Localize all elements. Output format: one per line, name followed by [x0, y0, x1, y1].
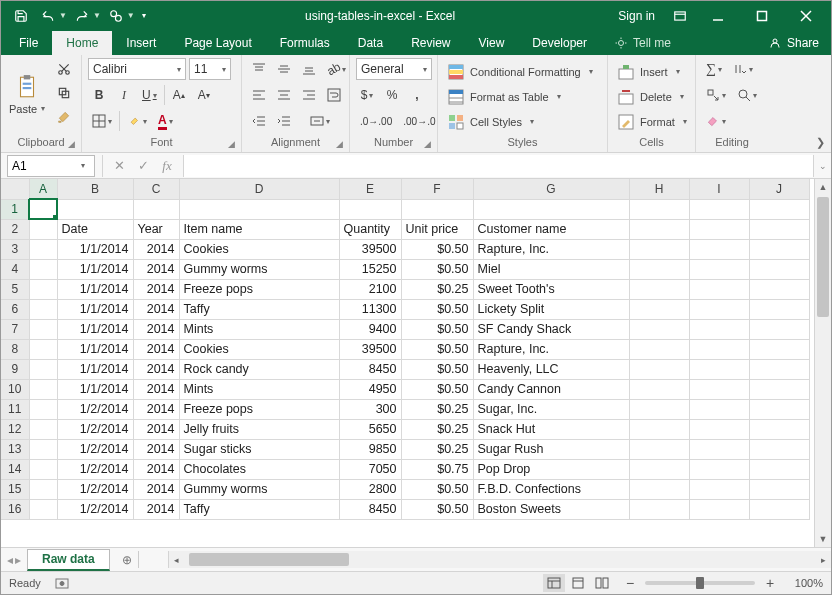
cell[interactable]: $0.50 [401, 299, 473, 319]
autosum-button[interactable]: ∑▾ [702, 58, 726, 80]
italic-button[interactable]: I [113, 84, 135, 106]
cell[interactable] [629, 299, 689, 319]
sheet-gripper[interactable] [138, 551, 146, 568]
redo-icon[interactable] [70, 4, 94, 28]
column-header[interactable]: I [689, 179, 749, 199]
column-header[interactable]: H [629, 179, 689, 199]
cell[interactable] [29, 479, 57, 499]
cell[interactable]: 1/1/2014 [57, 259, 133, 279]
align-center-button[interactable] [273, 84, 295, 106]
cell[interactable] [689, 399, 749, 419]
fill-color-button[interactable]: ▾ [123, 110, 151, 132]
cell[interactable] [29, 239, 57, 259]
cell[interactable]: $0.25 [401, 399, 473, 419]
column-header[interactable]: B [57, 179, 133, 199]
cell[interactable]: 1/2/2014 [57, 499, 133, 519]
cell[interactable] [29, 419, 57, 439]
row-header[interactable]: 14 [1, 459, 29, 479]
cell[interactable]: Rapture, Inc. [473, 339, 629, 359]
tab-home[interactable]: Home [52, 31, 112, 55]
cell[interactable] [29, 279, 57, 299]
cell[interactable]: Sugar Rush [473, 439, 629, 459]
redo-dropdown-icon[interactable]: ▼ [93, 11, 101, 20]
row-header[interactable]: 2 [1, 219, 29, 239]
zoom-in-button[interactable]: + [763, 575, 777, 591]
cell[interactable] [629, 319, 689, 339]
column-header[interactable]: A [29, 179, 57, 199]
cell[interactable]: 2014 [133, 499, 179, 519]
format-painter-button[interactable] [53, 106, 75, 128]
cell[interactable] [29, 379, 57, 399]
horizontal-scrollbar[interactable]: ◂ ▸ [168, 551, 831, 568]
enter-formula-icon[interactable]: ✓ [131, 155, 155, 177]
scroll-left-icon[interactable]: ◂ [169, 552, 185, 568]
select-all-corner[interactable] [1, 179, 29, 199]
cell[interactable]: 2014 [133, 339, 179, 359]
zoom-slider[interactable] [645, 581, 755, 585]
column-header[interactable]: F [401, 179, 473, 199]
column-header[interactable]: J [749, 179, 809, 199]
cell[interactable] [749, 319, 809, 339]
cell[interactable]: Freeze pops [179, 399, 339, 419]
tab-view[interactable]: View [465, 31, 519, 55]
sort-filter-button[interactable]: ▾ [729, 58, 757, 80]
align-top-button[interactable] [248, 58, 270, 80]
cell[interactable]: Sugar, Inc. [473, 399, 629, 419]
cell[interactable] [29, 359, 57, 379]
cell[interactable] [629, 239, 689, 259]
cell[interactable] [29, 399, 57, 419]
row-header[interactable]: 4 [1, 259, 29, 279]
row-header[interactable]: 3 [1, 239, 29, 259]
cell[interactable] [749, 279, 809, 299]
column-header[interactable]: D [179, 179, 339, 199]
cell[interactable]: 2014 [133, 319, 179, 339]
cell[interactable]: 2014 [133, 459, 179, 479]
cell[interactable]: Sugar sticks [179, 439, 339, 459]
merge-center-button[interactable]: ▾ [298, 110, 342, 132]
cell[interactable] [29, 339, 57, 359]
spreadsheet-grid[interactable]: ABCDEFGHIJ12DateYearItem nameQuantityUni… [1, 179, 814, 547]
number-format-combo[interactable]: General▾ [356, 58, 432, 80]
cell[interactable]: 1/2/2014 [57, 399, 133, 419]
cell[interactable] [749, 239, 809, 259]
cell[interactable] [689, 299, 749, 319]
clipboard-dialog-launcher-icon[interactable]: ◢ [68, 139, 75, 149]
cell[interactable]: $0.50 [401, 499, 473, 519]
conditional-formatting-button[interactable]: Conditional Formatting▾ [444, 60, 597, 83]
cell[interactable] [179, 199, 339, 219]
cell[interactable] [689, 239, 749, 259]
cell[interactable] [689, 359, 749, 379]
scroll-up-icon[interactable]: ▲ [815, 179, 831, 195]
row-header[interactable]: 7 [1, 319, 29, 339]
row-header[interactable]: 11 [1, 399, 29, 419]
new-sheet-button[interactable]: ⊕ [116, 553, 138, 567]
increase-indent-button[interactable] [273, 110, 295, 132]
cell[interactable] [473, 199, 629, 219]
cell[interactable] [629, 199, 689, 219]
share-button[interactable]: Share [757, 31, 831, 55]
cell[interactable] [629, 219, 689, 239]
cell[interactable]: $0.25 [401, 439, 473, 459]
cell[interactable]: 1/2/2014 [57, 419, 133, 439]
row-header[interactable]: 15 [1, 479, 29, 499]
cell[interactable]: $0.25 [401, 419, 473, 439]
comma-format-button[interactable]: , [406, 84, 428, 106]
cell[interactable] [749, 439, 809, 459]
cell[interactable]: 1/1/2014 [57, 299, 133, 319]
cell[interactable]: F.B.D. Confections [473, 479, 629, 499]
decrease-font-button[interactable]: A▾ [193, 84, 215, 106]
sheet-nav-prev-icon[interactable]: ◂ [7, 553, 13, 567]
collapse-ribbon-icon[interactable]: ❯ [816, 136, 825, 149]
align-left-button[interactable] [248, 84, 270, 106]
row-header[interactable]: 6 [1, 299, 29, 319]
cell[interactable]: 2014 [133, 359, 179, 379]
horizontal-scroll-thumb[interactable] [189, 553, 349, 566]
cell[interactable]: 1/2/2014 [57, 459, 133, 479]
bold-button[interactable]: B [88, 84, 110, 106]
cell[interactable]: 2014 [133, 279, 179, 299]
cell[interactable] [689, 479, 749, 499]
sheet-tab-active[interactable]: Raw data [27, 549, 110, 571]
row-header[interactable]: 8 [1, 339, 29, 359]
sheet-nav-next-icon[interactable]: ▸ [15, 553, 21, 567]
cell[interactable]: 2014 [133, 379, 179, 399]
